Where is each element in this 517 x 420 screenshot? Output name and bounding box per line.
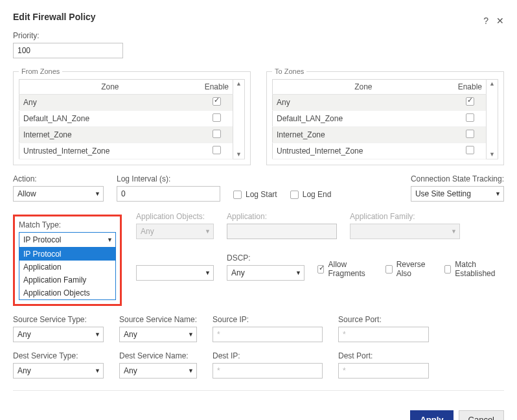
match-type-value: IP Protocol [23,235,61,244]
zone-name: Untrusted_Internet_Zone [273,143,454,159]
app-objects-label: Application Objects: [136,212,214,221]
priority-input[interactable] [13,43,123,58]
chevron-down-icon: ▼ [205,228,211,235]
zone-enable-checkbox[interactable] [466,146,474,154]
conn-state-select[interactable]: Use Site Setting ▼ [411,186,504,202]
dst-port-input[interactable] [338,363,429,379]
app-family-label: Application Family: [350,212,460,221]
scroll-up-icon[interactable]: ▲ [487,81,498,87]
chevron-down-icon: ▼ [295,270,301,276]
zone-name: Default_LAN_Zone [19,111,201,127]
match-established-checkbox[interactable] [444,265,451,274]
ip-protocol-select[interactable]: ▼ [136,265,214,281]
allow-fragments-checkbox[interactable] [317,265,324,274]
log-end-checkbox[interactable] [290,191,299,199]
src-port-input[interactable] [338,327,429,342]
table-row[interactable]: Default_LAN_Zone [19,111,245,127]
zone-enable-checkbox[interactable] [213,113,221,122]
reverse-also-checkbox[interactable] [385,265,392,274]
log-end-label: Log End [303,190,332,199]
scroll-down-icon[interactable]: ▼ [487,152,498,158]
application-label: Application: [227,212,337,221]
chevron-down-icon: ▼ [205,270,211,276]
zone-name: Default_LAN_Zone [273,111,454,127]
scroll-down-icon[interactable]: ▼ [233,152,244,158]
src-service-name-label: Source Service Name: [119,315,197,324]
cancel-button[interactable]: Cancel [459,410,504,420]
allow-fragments-label: Allow Fragments [328,260,373,278]
log-start-label: Log Start [246,190,277,199]
chevron-down-icon: ▼ [107,237,113,243]
to-zones-header-enable: Enable [454,80,487,95]
dst-service-name-select[interactable]: Any ▼ [119,363,197,379]
from-zones-scrollbar[interactable]: ▲ ▼ [233,80,245,159]
match-type-option[interactable]: IP Protocol [19,248,115,261]
priority-label: Priority: [13,31,123,40]
help-icon[interactable]: ? [483,16,488,26]
dst-service-type-label: Dest Service Type: [13,351,104,360]
zone-name: Any [19,95,201,111]
src-service-type-select[interactable]: Any ▼ [13,327,104,342]
dst-service-name-label: Dest Service Name: [119,351,197,360]
zone-name: Internet_Zone [273,127,454,143]
log-start-checkbox[interactable] [233,191,242,199]
action-select[interactable]: Allow ▼ [13,186,104,202]
src-service-type-label: Source Service Type: [13,315,104,324]
dscp-select[interactable]: Any ▼ [227,265,304,281]
log-interval-input[interactable] [117,186,220,202]
to-zones-scrollbar[interactable]: ▲ ▼ [487,80,498,159]
zone-enable-checkbox[interactable] [466,97,474,106]
match-established-label: Match Established [455,260,504,278]
dst-port-label: Dest Port: [338,351,429,360]
from-zones-header-enable: Enable [201,80,233,95]
chevron-down-icon: ▼ [495,191,501,197]
src-service-name-value: Any [124,330,137,339]
zone-enable-checkbox[interactable] [213,130,221,138]
dscp-label: DSCP: [227,253,304,262]
match-type-label: Match Type: [19,220,116,229]
application-input [227,224,337,239]
match-type-option[interactable]: Application Objects [19,286,115,299]
chevron-down-icon: ▼ [95,368,100,374]
app-family-select: ▼ [350,224,460,239]
app-objects-value: Any [141,227,154,236]
conn-state-label: Connection State Tracking: [411,174,504,183]
action-select-value: Allow [17,189,36,198]
chevron-down-icon: ▼ [188,331,194,338]
table-row[interactable]: Any [273,95,498,111]
zone-name: Untrusted_Internet_Zone [19,143,201,159]
match-type-select[interactable]: IP Protocol ▼ [19,232,116,248]
from-zones-panel: From Zones Zone Enable ▲ ▼ Any Default_L… [13,67,251,165]
match-type-group: Match Type: IP Protocol ▼ IP Protocol Ap… [13,215,122,306]
table-row[interactable]: Default_LAN_Zone [273,111,498,127]
dst-ip-input[interactable] [213,363,323,379]
zone-enable-checkbox[interactable] [213,97,221,106]
table-row[interactable]: Internet_Zone [273,127,498,143]
dscp-value: Any [231,268,245,277]
table-row[interactable]: Untrusted_Internet_Zone [273,143,498,159]
table-row[interactable]: Internet_Zone [19,127,245,143]
match-type-option[interactable]: Application [19,261,115,274]
zone-enable-checkbox[interactable] [466,113,474,122]
match-type-dropdown[interactable]: IP Protocol Application Application Fami… [19,247,116,300]
to-zones-legend: To Zones [272,67,306,75]
zone-enable-checkbox[interactable] [466,130,474,138]
chevron-down-icon: ▼ [188,368,194,374]
from-zones-header-zone: Zone [19,80,201,95]
app-objects-select: Any ▼ [136,224,214,239]
scroll-up-icon[interactable]: ▲ [233,81,244,87]
dst-service-type-select[interactable]: Any ▼ [13,363,104,379]
reverse-also-label: Reverse Also [396,260,431,278]
src-service-name-select[interactable]: Any ▼ [119,327,197,342]
chevron-down-icon: ▼ [451,228,457,235]
zone-name: Internet_Zone [19,127,201,143]
close-icon[interactable]: ✕ [496,16,504,26]
src-ip-input[interactable] [213,327,323,342]
dialog-title: Edit Firewall Policy [13,8,483,31]
table-row[interactable]: Any [19,95,245,111]
apply-button[interactable]: Apply [410,410,453,420]
match-type-option[interactable]: Application Family [19,274,115,286]
zone-enable-checkbox[interactable] [213,146,221,154]
table-row[interactable]: Untrusted_Internet_Zone [19,143,245,159]
log-interval-label: Log Interval (s): [117,174,220,183]
